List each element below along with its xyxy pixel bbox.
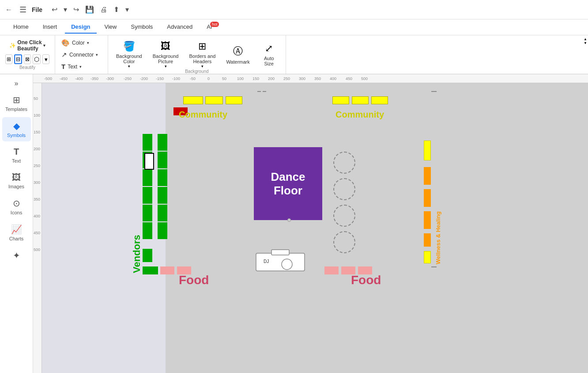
- circle-table-2[interactable]: [333, 178, 355, 200]
- dance-floor-label: DanceFloor: [271, 170, 305, 198]
- print-button[interactable]: 🖨: [98, 4, 109, 15]
- tab-design[interactable]: Design: [65, 21, 96, 34]
- templates-label: Templates: [5, 107, 27, 112]
- sidebar-item-icons[interactable]: ⊙ Icons: [2, 194, 31, 219]
- vendors-label: Vendors: [131, 141, 143, 273]
- beautify-scroll[interactable]: ▾: [42, 54, 49, 64]
- text-dropdown: ▾: [79, 65, 82, 69]
- yellow-rect-1[interactable]: [183, 96, 203, 104]
- yellow-rect-3[interactable]: [226, 96, 242, 104]
- tab-home[interactable]: Home: [7, 21, 35, 34]
- sidebar-item-images[interactable]: 🖼 Images: [2, 169, 31, 193]
- green-rect-col2-6[interactable]: [158, 222, 167, 239]
- charts-label: Charts: [9, 236, 23, 241]
- left-sidebar: » ⊞ Templates ◆ Symbols T Text 🖼 Images …: [0, 74, 33, 373]
- orange-rect-2[interactable]: [424, 189, 431, 207]
- menu-button[interactable]: ☰: [18, 3, 28, 16]
- undo-button[interactable]: ↩: [49, 4, 60, 15]
- green-rect-6[interactable]: [143, 222, 152, 239]
- pink-rect-right-3[interactable]: [358, 266, 372, 274]
- watermark-button[interactable]: Ⓐ Watermark: [222, 43, 253, 66]
- back-button[interactable]: ←: [4, 4, 14, 15]
- redo-button[interactable]: ↪: [71, 4, 81, 15]
- save-button[interactable]: 💾: [83, 4, 96, 15]
- tab-ai[interactable]: AI hot: [200, 21, 218, 34]
- green-rect-col2-1[interactable]: [158, 134, 167, 151]
- sidebar-toggle[interactable]: »: [13, 78, 20, 89]
- dance-floor[interactable]: DanceFloor: [254, 147, 322, 220]
- tab-insert[interactable]: Insert: [37, 21, 64, 34]
- tab-advanced[interactable]: Advanced: [161, 21, 199, 34]
- green-rect-col2-4[interactable]: [158, 187, 167, 204]
- green-rect-4[interactable]: [143, 187, 152, 204]
- connector-label: Connector: [69, 52, 94, 58]
- background-color-button[interactable]: 🪣 BackgroundColor ▾: [113, 39, 146, 70]
- wellness-label: Wellness & Healing: [435, 149, 441, 264]
- color-button[interactable]: 🎨 Color ▾: [60, 38, 103, 48]
- circle-table-1[interactable]: [333, 152, 355, 174]
- undo-dropdown[interactable]: ▾: [61, 4, 69, 15]
- pink-rect-right-1[interactable]: [324, 266, 339, 274]
- auto-size-icon: ⤢: [265, 43, 273, 54]
- tab-symbols[interactable]: Symbols: [125, 21, 159, 34]
- circle-table-3[interactable]: [333, 205, 355, 227]
- green-rect-3[interactable]: [143, 169, 152, 186]
- green-rect-col2-2[interactable]: [158, 152, 167, 168]
- ruler-top: -500 -450 -400 -350 -300 -250 -200 -150 …: [33, 74, 588, 83]
- food-right-label: Food: [351, 273, 381, 287]
- beautify-option-1[interactable]: ⊞: [5, 54, 12, 64]
- dj-table[interactable]: DJ: [254, 249, 307, 273]
- canvas-area[interactable]: Community Community Vendors: [42, 83, 588, 373]
- title-bar-left: ← ☰ File ↩ ▾ ↪ 💾 🖨 ⬆ ▾: [4, 3, 131, 16]
- auto-size-button[interactable]: ⤢ AutoSize: [257, 41, 281, 68]
- yellow-rect-far-right[interactable]: [424, 141, 431, 160]
- sidebar-item-symbols[interactable]: ◆ Symbols: [2, 117, 31, 141]
- green-rect-col2-3[interactable]: [158, 169, 167, 186]
- orange-rect-4[interactable]: [424, 233, 431, 247]
- beautify-label: One ClickBeautify: [17, 39, 41, 52]
- pink-rect-right-2[interactable]: [341, 266, 355, 274]
- beautify-option-3[interactable]: ⊠: [24, 54, 31, 64]
- more-button[interactable]: ▾: [123, 4, 131, 15]
- sidebar-item-charts[interactable]: 📈 Charts: [2, 221, 31, 245]
- dance-floor-handle[interactable]: [287, 218, 291, 222]
- beautify-group-label: Beautify: [19, 65, 35, 70]
- green-rect-bottom-1[interactable]: [143, 266, 158, 274]
- yellow-rect-right-3[interactable]: [371, 96, 388, 104]
- green-rect-5[interactable]: [143, 205, 152, 221]
- dash-marker-top-right: [431, 91, 437, 92]
- green-rect-col2-5[interactable]: [158, 205, 167, 221]
- yellow-rect-2[interactable]: [205, 96, 223, 104]
- sidebar-item-more[interactable]: ✦: [2, 247, 31, 264]
- yellow-rect-right-2[interactable]: [352, 96, 369, 104]
- green-rect-1[interactable]: [143, 134, 152, 151]
- color-label: Color: [72, 40, 85, 46]
- watermark-label: Watermark: [226, 59, 249, 65]
- more-sidebar-icon: ✦: [13, 250, 20, 261]
- connector-button[interactable]: ↗ Connector ▾: [60, 49, 103, 60]
- yellow-rect-right-1[interactable]: [332, 96, 349, 104]
- orange-rect-3[interactable]: [424, 211, 431, 229]
- ribbon-scroll-buttons[interactable]: ▲ ▼: [584, 37, 587, 45]
- export-button[interactable]: ⬆: [111, 4, 121, 15]
- sidebar-item-text[interactable]: T Text: [2, 143, 31, 167]
- black-outlined-rect[interactable]: [144, 153, 154, 170]
- pink-rect-bottom-1[interactable]: [160, 266, 174, 274]
- file-button[interactable]: File: [32, 6, 42, 13]
- yellow-small-right[interactable]: [424, 251, 431, 263]
- borders-headers-button[interactable]: ⊞ Borders andHeaders ▾: [185, 39, 219, 70]
- background-picture-button[interactable]: 🖼 BackgroundPicture ▾: [149, 39, 182, 70]
- svg-rect-1: [271, 250, 289, 255]
- tab-view[interactable]: View: [98, 21, 123, 34]
- one-click-beautify-button[interactable]: ✨ One ClickBeautify ▾: [9, 39, 45, 52]
- charts-icon: 📈: [11, 224, 22, 235]
- text-small-button[interactable]: T Text ▾: [60, 61, 103, 72]
- green-rect-7[interactable]: [143, 249, 152, 262]
- borders-icon: ⊞: [198, 41, 206, 52]
- circle-table-4[interactable]: [333, 231, 355, 253]
- beautify-option-2[interactable]: ⊟: [14, 54, 22, 64]
- sidebar-item-templates[interactable]: ⊞ Templates: [2, 91, 31, 115]
- beautify-option-4[interactable]: ⬡: [33, 54, 41, 64]
- beautify-dropdown-arrow: ▾: [43, 43, 45, 48]
- orange-rect-1[interactable]: [424, 167, 431, 185]
